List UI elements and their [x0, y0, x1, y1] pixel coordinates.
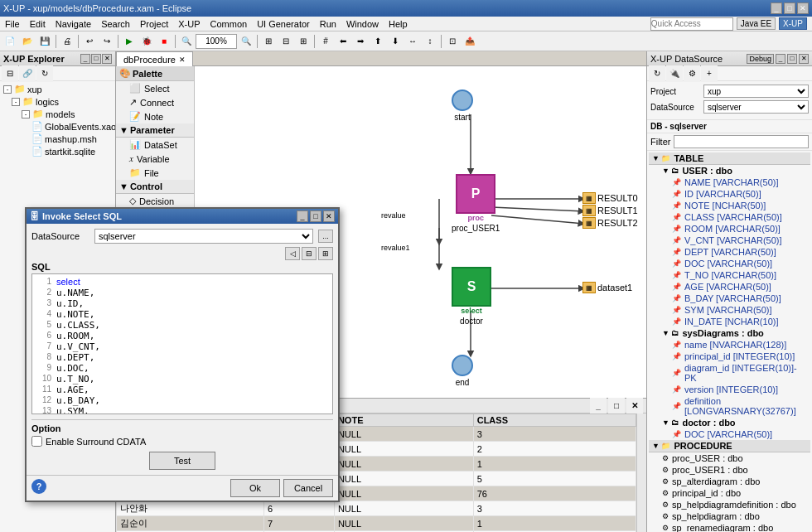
expand-models[interactable]: -: [22, 110, 30, 118]
java-ee-button[interactable]: Java EE: [737, 17, 776, 30]
menu-common[interactable]: Common: [205, 17, 253, 31]
ds-tree-item[interactable]: ⚙sp_helpdiagramdefinition : dbo: [649, 499, 810, 510]
save-button[interactable]: 💾: [36, 33, 53, 50]
refresh-button[interactable]: ↻: [36, 65, 53, 82]
maximize-button[interactable]: □: [784, 2, 795, 14]
ok-button[interactable]: Ok: [230, 479, 280, 497]
output-dataset1[interactable]: ▦ dataset1: [582, 282, 632, 293]
menu-xup[interactable]: X-UP: [173, 17, 205, 31]
quick-access-input[interactable]: [650, 17, 733, 31]
ds-tree-item[interactable]: ▼ 🗂sysDiagrams : dbo: [649, 327, 810, 339]
open-button[interactable]: 📂: [19, 33, 36, 50]
fit-button[interactable]: ⊡: [444, 33, 461, 50]
align-right-button[interactable]: ➡: [352, 33, 369, 50]
filter-input[interactable]: [674, 135, 809, 148]
center-v-button[interactable]: ↕: [422, 33, 438, 50]
modal-close[interactable]: ✕: [323, 210, 335, 222]
debug-tab[interactable]: Debug: [747, 54, 774, 64]
menu-search[interactable]: Search: [96, 17, 135, 31]
modal-btn-2[interactable]: ⊟: [302, 247, 317, 260]
ds-tree-item[interactable]: ▼ 📁PROCEDURE: [649, 440, 810, 452]
expand-logics[interactable]: -: [12, 98, 20, 106]
ds-tree-item[interactable]: 📌principal_id [INTEGER(10)]: [649, 351, 810, 362]
cancel-button[interactable]: Cancel: [283, 479, 333, 497]
window-controls[interactable]: _ □ ✕: [771, 2, 809, 14]
run-button[interactable]: ▶: [121, 33, 138, 50]
ds-tree-item[interactable]: 📌NOTE [NCHAR(50)]: [649, 200, 810, 211]
menu-help[interactable]: Help: [384, 17, 413, 31]
rp-close[interactable]: ✕: [799, 54, 809, 64]
cdata-checkbox[interactable]: [31, 436, 42, 447]
ds-tree-item[interactable]: 📌version [INTEGER(10)]: [649, 384, 810, 395]
ds-tree-item[interactable]: 📌ID [VARCHAR(50)]: [649, 188, 810, 200]
align-top-button[interactable]: ⬆: [370, 33, 386, 50]
datasource-select[interactable]: sqlserver: [703, 100, 809, 114]
project-select[interactable]: xup: [703, 85, 809, 98]
palette-variable[interactable]: 𝑥 Variable: [116, 152, 194, 166]
tb-btn-2[interactable]: ⊟: [278, 33, 294, 50]
ds-tree-item[interactable]: 📌SYM [VARCHAR(50)]: [649, 304, 810, 316]
ds-tree-item[interactable]: ▼ 📁TABLE: [649, 152, 810, 165]
ds-tree-item[interactable]: 📌T_NO [VARCHAR(50)]: [649, 269, 810, 281]
tab-close-dbprocedure[interactable]: ✕: [179, 56, 186, 64]
explorer-minimize[interactable]: _: [80, 54, 90, 64]
ds-tree-item[interactable]: ⚙sp_alterdiagram : dbo: [649, 476, 810, 487]
explorer-controls[interactable]: _ □ ✕: [80, 54, 112, 64]
rp-refresh[interactable]: ↻: [649, 65, 665, 82]
sql-area[interactable]: 1select2 u.NAME,3 u.ID,4 u.NOTE,5 u.CLAS…: [31, 273, 333, 414]
link-button[interactable]: 🔗: [19, 65, 36, 82]
stop-button[interactable]: ■: [156, 33, 172, 50]
grid-button[interactable]: #: [317, 33, 334, 50]
modal-btn-1[interactable]: ◁: [285, 247, 300, 260]
modal-controls[interactable]: _ □ ✕: [297, 210, 335, 222]
debug-button[interactable]: 🐞: [138, 33, 155, 50]
minimize-button[interactable]: _: [771, 2, 782, 14]
tree-item-globalevents[interactable]: 📄 GlobalEvents.xaop: [2, 120, 114, 133]
rp-settings[interactable]: ⚙: [684, 65, 700, 82]
ds-maximize[interactable]: □: [608, 398, 625, 414]
tree-item-startkit[interactable]: 📄 startkit.sqlite: [2, 145, 114, 157]
datasets-controls[interactable]: _ □ ✕: [590, 398, 643, 414]
explorer-close[interactable]: ✕: [102, 54, 112, 64]
tab-dbprocedure[interactable]: dbProcedure ✕: [116, 51, 193, 66]
ds-tree-item[interactable]: 📌B_DAY [VARCHAR(50)]: [649, 293, 810, 304]
menu-edit[interactable]: Edit: [25, 17, 51, 31]
menu-navigate[interactable]: Navigate: [51, 17, 96, 31]
palette-section-control[interactable]: ▼ Control: [116, 180, 194, 194]
output-result0[interactable]: ▦ RESULT0: [582, 192, 638, 204]
rp-minimize[interactable]: _: [776, 54, 785, 64]
print-button[interactable]: 🖨: [59, 33, 75, 50]
tree-item-logics[interactable]: - 📁 logics: [2, 95, 114, 108]
align-left-button[interactable]: ⬅: [335, 33, 351, 50]
ds-tree-item[interactable]: 📌diagram_id [INTEGER(10)]-PK: [649, 362, 810, 384]
ds-tree-item[interactable]: 📌IN_DATE [NCHAR(10)]: [649, 316, 810, 327]
palette-dataset[interactable]: 📊 DataSet: [116, 138, 194, 152]
output-result1[interactable]: ▦ RESULT1: [582, 205, 638, 216]
expand-xup[interactable]: -: [3, 85, 12, 94]
ds-close[interactable]: ✕: [626, 398, 643, 414]
menu-run[interactable]: Run: [315, 17, 341, 31]
ds-tree-item[interactable]: 📌ROOM [VARCHAR(50)]: [649, 223, 810, 235]
center-h-button[interactable]: ↔: [404, 33, 421, 50]
modal-btn-3[interactable]: ⊞: [318, 247, 333, 260]
ds-tree-item[interactable]: ⚙sp_renamediagram : dbo: [649, 522, 810, 532]
ds-tree-item[interactable]: 📌V_CNT [VARCHAR(50)]: [649, 235, 810, 246]
modal-minimize[interactable]: _: [297, 210, 308, 222]
tb-btn-3[interactable]: ⊞: [295, 33, 312, 50]
tb-btn-1[interactable]: ⊞: [260, 33, 277, 50]
undo-button[interactable]: ↩: [81, 33, 98, 50]
modal-maximize[interactable]: □: [310, 210, 321, 222]
close-button[interactable]: ✕: [797, 2, 809, 14]
rp-add[interactable]: +: [701, 65, 718, 82]
palette-select[interactable]: ⬜ Select: [116, 81, 194, 95]
node-proc-user1[interactable]: P proc proc_USER1: [452, 174, 500, 233]
scrollbar-v[interactable]: [636, 414, 646, 532]
ds-tree-item[interactable]: 📌DOC [VARCHAR(50)]: [649, 258, 810, 269]
tree-item-models[interactable]: - 📁 models: [2, 108, 114, 120]
redo-button[interactable]: ↪: [99, 33, 115, 50]
menu-project[interactable]: Project: [135, 17, 173, 31]
node-doctor[interactable]: S select doctor: [452, 267, 491, 326]
tree-item-mashup[interactable]: 📄 mashup.msh: [2, 133, 114, 145]
ds-minimize[interactable]: _: [590, 398, 607, 414]
output-result2[interactable]: ▦ RESULT2: [582, 217, 638, 229]
